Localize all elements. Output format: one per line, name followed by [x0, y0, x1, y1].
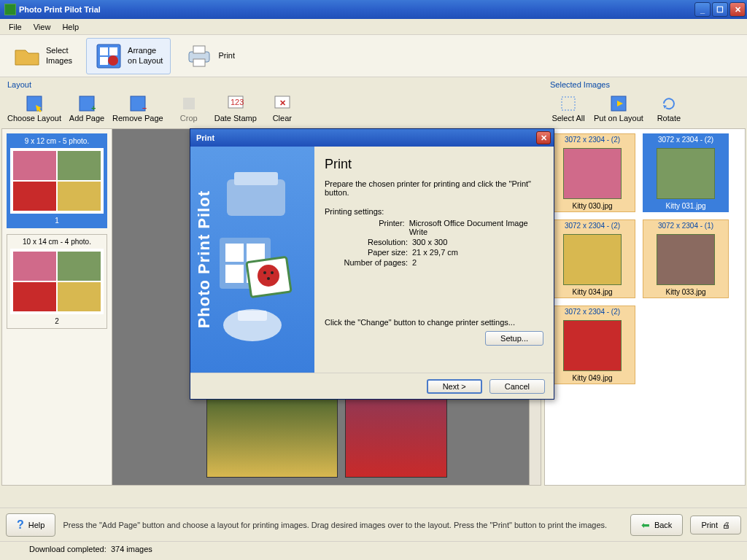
- help-button[interactable]: ?Help: [6, 513, 55, 537]
- svg-point-31: [267, 277, 270, 280]
- layout-title: Layout: [1, 79, 541, 89]
- layout-pages-list[interactable]: 9 x 12 cm - 5 photo. 110 x 14 cm - 4 pho…: [2, 129, 112, 485]
- layout-page-thumb[interactable]: 9 x 12 cm - 5 photo. 1: [7, 133, 107, 228]
- selected-title: Selected Images: [544, 79, 746, 89]
- resolution-value: 300 x 300: [412, 238, 447, 246]
- select-all-button[interactable]: Select All: [550, 95, 587, 122]
- pages-key: Number of pages:: [325, 258, 412, 267]
- arrange-layout-button[interactable]: Arrange on Layout: [86, 38, 171, 74]
- clear-icon: ✕: [274, 95, 291, 112]
- dialog-sidebar: Photo Print Pilot: [190, 147, 314, 373]
- image-thumb[interactable]: 3072 x 2304 - (1) Kitty 033.jpg: [643, 219, 729, 298]
- selected-images-panel: Selected Images Select All Put on Layout…: [544, 79, 746, 506]
- svg-rect-21: [234, 172, 278, 185]
- dialog-titlebar[interactable]: Print ✕: [190, 129, 554, 147]
- back-button[interactable]: ⬅Back: [630, 514, 683, 536]
- image-thumb[interactable]: 3072 x 2304 - (2) Kitty 031.jpg: [643, 133, 729, 212]
- image-thumb[interactable]: 3072 x 2304 - (2) Kitty 034.jpg: [549, 219, 635, 298]
- date-stamp-button[interactable]: 123Date Stamp: [214, 95, 257, 122]
- svg-rect-25: [225, 265, 244, 283]
- layout-icon: [94, 42, 123, 71]
- thumb-image: [657, 148, 715, 199]
- menu-bar: File View Help: [0, 19, 747, 35]
- svg-point-4: [108, 55, 118, 66]
- status-bar: Download completed: 374 images: [0, 541, 747, 556]
- svg-text:123: 123: [231, 98, 244, 106]
- dialog-intro: Prepare the chosen printer for printing …: [325, 179, 543, 197]
- selected-images-list[interactable]: 3072 x 2304 - (2) Kitty 030.jpg3072 x 23…: [544, 128, 746, 486]
- clear-button[interactable]: ✕Clear: [264, 95, 301, 122]
- thumb-filename: Kitty 031.jpg: [643, 202, 728, 210]
- dialog-content: Print Prepare the chosen printer for pri…: [314, 147, 554, 373]
- thumb-filename: Kitty 034.jpg: [550, 288, 635, 296]
- print-button[interactable]: Print: [177, 38, 243, 74]
- dialog-sidebar-text: Photo Print Pilot: [195, 190, 214, 328]
- print-label: Print: [218, 51, 235, 61]
- next-button[interactable]: Next >: [427, 379, 482, 394]
- printer-value: Microsoft Office Document Image Write: [409, 219, 543, 236]
- cancel-button[interactable]: Cancel: [489, 379, 545, 394]
- menu-file[interactable]: File: [3, 21, 28, 33]
- menu-help[interactable]: Help: [56, 21, 85, 33]
- svg-rect-3: [100, 57, 108, 65]
- remove-page-button[interactable]: –Remove Page: [112, 95, 163, 122]
- thumb-image: [563, 148, 622, 199]
- thumb-filename: Kitty 049.jpg: [550, 374, 635, 382]
- minimize-button[interactable]: _: [694, 2, 711, 17]
- svg-rect-23: [225, 244, 244, 262]
- status-count: 374 images: [111, 545, 152, 553]
- maximize-button[interactable]: ☐: [712, 2, 728, 17]
- thumb-image: [563, 320, 622, 371]
- back-icon: ⬅: [641, 519, 650, 531]
- svg-rect-7: [193, 59, 205, 66]
- resolution-key: Resolution:: [325, 238, 412, 246]
- thumb-dimensions: 3072 x 2304 - (1): [643, 220, 728, 231]
- dialog-close-button[interactable]: ✕: [536, 131, 551, 144]
- rotate-button[interactable]: Rotate: [651, 95, 687, 122]
- thumb-filename: Kitty 033.jpg: [643, 288, 728, 296]
- select-all-icon: [560, 95, 577, 112]
- svg-text:✕: ✕: [279, 98, 286, 107]
- layout-thumb-header: 9 x 12 cm - 5 photo.: [10, 137, 104, 145]
- folder-icon: [12, 42, 42, 71]
- layout-thumb-page: 2: [10, 317, 104, 325]
- paper-key: Paper size:: [325, 248, 412, 257]
- add-page-button[interactable]: +Add Page: [69, 95, 105, 122]
- image-thumb[interactable]: 3072 x 2304 - (2) Kitty 049.jpg: [549, 306, 635, 384]
- print-wizard-button[interactable]: Print🖨: [690, 516, 741, 534]
- hint-bar: ?Help Press the "Add Page" button and ch…: [0, 508, 747, 541]
- thumb-dimensions: 3072 x 2304 - (2): [643, 134, 728, 145]
- put-on-layout-icon: [610, 95, 627, 112]
- svg-text:–: –: [142, 104, 147, 112]
- printer-key: Printer:: [325, 219, 409, 236]
- thumb-dimensions: 3072 x 2304 - (2): [550, 220, 635, 231]
- choose-layout-button[interactable]: Choose Layout: [7, 95, 61, 122]
- svg-rect-13: [183, 98, 195, 109]
- select-images-label: Select Images: [46, 46, 72, 65]
- layout-page-thumb[interactable]: 10 x 14 cm - 4 photo. 2: [7, 234, 107, 329]
- close-button[interactable]: ✕: [729, 2, 746, 17]
- crop-button[interactable]: Crop: [171, 95, 207, 122]
- svg-point-30: [271, 271, 274, 274]
- dialog-footer: Next > Cancel: [190, 373, 554, 399]
- change-hint: Click the "Change" button to change prin…: [325, 318, 543, 327]
- main-toolbar: Select Images Arrange on Layout Print: [0, 35, 747, 77]
- pages-value: 2: [412, 258, 417, 267]
- select-images-button[interactable]: Select Images: [4, 38, 80, 74]
- menu-view[interactable]: View: [28, 21, 57, 33]
- status-label: Download completed:: [29, 545, 107, 553]
- printer-icon: [185, 42, 214, 71]
- svg-point-28: [258, 265, 279, 287]
- title-bar: Photo Print Pilot Trial _ ☐ ✕: [0, 0, 747, 19]
- setup-button[interactable]: Setup...: [485, 331, 543, 346]
- crop-icon: [180, 95, 198, 112]
- image-thumb[interactable]: 3072 x 2304 - (2) Kitty 030.jpg: [549, 133, 635, 212]
- settings-label: Printing settings:: [325, 207, 543, 216]
- svg-rect-33: [238, 311, 267, 321]
- choose-layout-icon: [26, 95, 43, 112]
- print-dialog: Print ✕ Photo Print Pilot Print Prepare …: [190, 128, 554, 400]
- svg-rect-6: [193, 46, 205, 53]
- thumb-filename: Kitty 030.jpg: [550, 202, 635, 210]
- svg-rect-1: [100, 47, 108, 55]
- put-on-layout-button[interactable]: Put on Layout: [594, 95, 643, 122]
